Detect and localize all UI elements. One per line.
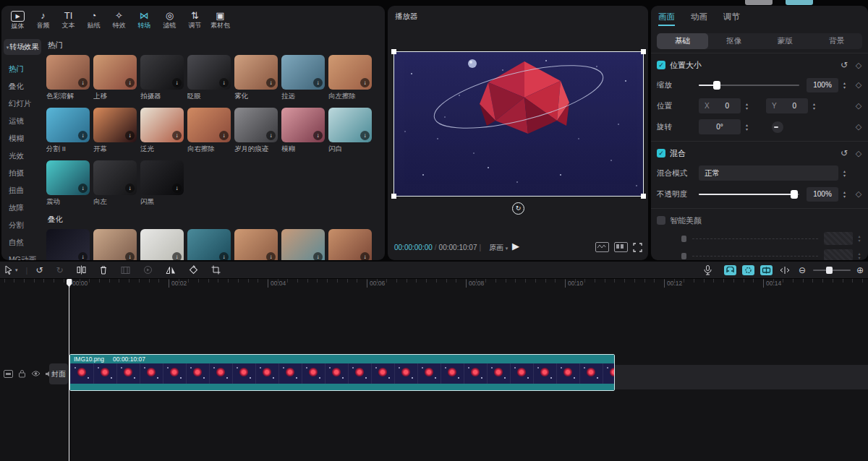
effect-item[interactable]: ↓ (187, 229, 231, 260)
inspector-subtab-0[interactable]: 基础 (657, 33, 708, 49)
magnet-snap-toggle[interactable] (724, 265, 736, 275)
inspector-tab-1[interactable]: 动画 (691, 12, 707, 26)
crop-icon[interactable] (211, 265, 221, 275)
effect-thumbnail[interactable]: ↓ (93, 160, 137, 195)
effect-thumbnail[interactable]: ↓ (187, 108, 231, 142)
download-icon[interactable]: ↓ (78, 78, 88, 87)
download-icon[interactable]: ↓ (360, 131, 370, 140)
effect-item[interactable]: ↓拍摄器 (140, 55, 184, 100)
effect-item[interactable]: ↓分割 II (46, 108, 90, 153)
blend-mode-dropdown[interactable]: 正常 (699, 165, 838, 181)
sidebar-item-8[interactable]: 故障 (1, 199, 43, 217)
effect-thumbnail[interactable]: ↓ (281, 108, 325, 142)
effect-item[interactable]: ↓ (281, 229, 325, 260)
effect-item[interactable]: ↓模糊 (281, 108, 325, 153)
opacity-stepper[interactable]: ▴▾ (840, 187, 849, 202)
download-icon[interactable]: ↓ (266, 252, 276, 260)
effect-item[interactable]: ↓泛光 (140, 108, 184, 153)
effect-item[interactable]: ↓上移 (93, 55, 137, 100)
sidebar-item-3[interactable]: 运镜 (1, 113, 43, 130)
keyframe-diamond-icon[interactable]: ◇ (854, 149, 864, 158)
download-icon[interactable]: ↓ (219, 131, 229, 140)
cover-button[interactable]: 封面 (49, 363, 68, 384)
opacity-value[interactable]: 100% (807, 187, 838, 202)
playhead[interactable] (69, 279, 69, 461)
video-preview[interactable] (394, 52, 643, 196)
download-icon[interactable]: ↓ (125, 252, 135, 260)
record-voiceover-icon[interactable] (704, 265, 712, 275)
download-icon[interactable]: ↓ (78, 184, 88, 193)
tool-text[interactable]: TI文本 (56, 9, 80, 37)
effect-item[interactable]: ↓ (234, 229, 278, 260)
main-track-icon[interactable] (3, 369, 13, 379)
checkbox-checked-icon[interactable]: ✓ (657, 61, 665, 69)
effect-item[interactable]: ↓向左擦除 (328, 55, 372, 100)
effect-thumbnail[interactable]: ↓ (328, 229, 372, 260)
effect-thumbnail[interactable]: ↓ (187, 55, 231, 90)
download-icon[interactable]: ↓ (172, 78, 182, 87)
timeline-ruler[interactable]: 00:0000:0200:0400:0600:0800:1000:1200:14 (0, 279, 868, 289)
preview-axis-toggle[interactable] (760, 265, 773, 275)
download-icon[interactable]: ↓ (125, 78, 135, 87)
position-x-stepper[interactable]: ▴▾ (742, 99, 752, 113)
tool-material-pack[interactable]: ▣素材包 (208, 9, 232, 37)
download-icon[interactable]: ↓ (313, 131, 323, 140)
effect-thumbnail[interactable]: ↓ (93, 229, 137, 260)
effect-item[interactable]: ↓ (46, 229, 90, 260)
effect-thumbnail[interactable]: ↓ (140, 108, 184, 142)
timeline-clip[interactable]: IMG10.png 00:00:10:07 (69, 354, 615, 391)
inspector-tab-0[interactable]: 画面 (658, 12, 675, 26)
download-icon[interactable]: ↓ (219, 78, 229, 87)
download-icon[interactable]: ↓ (219, 252, 229, 260)
sidebar-item-10[interactable]: 自然 (1, 234, 43, 251)
effect-item[interactable]: ↓开幕 (93, 108, 137, 153)
mirror-icon[interactable] (166, 266, 176, 275)
sidebar-item-5[interactable]: 光效 (1, 147, 43, 165)
effect-item[interactable]: ↓岁月的痕迹 (234, 108, 278, 153)
download-icon[interactable]: ↓ (313, 252, 323, 260)
sidebar-item-7[interactable]: 扭曲 (1, 182, 43, 199)
undo-icon[interactable]: ↺ (35, 265, 43, 275)
effect-thumbnail[interactable]: ↓ (281, 229, 325, 260)
inspector-subtab-3[interactable]: 背景 (811, 33, 862, 49)
sidebar-item-0[interactable]: 热门 (1, 61, 43, 78)
effect-item[interactable]: ↓ (93, 229, 137, 260)
effect-item[interactable]: ↓闪白 (328, 108, 372, 153)
zoom-out-icon[interactable]: ⊖ (799, 265, 806, 275)
zoom-in-icon[interactable]: ⊕ (856, 265, 864, 275)
position-y-field[interactable]: Y0 (766, 98, 808, 113)
tool-media[interactable]: ▶媒体 (6, 9, 30, 37)
tool-adjust[interactable]: ⇅调节 (183, 9, 207, 37)
sidebar-item-2[interactable]: 幻灯片 (1, 95, 43, 113)
position-x-field[interactable]: X0 (699, 98, 741, 113)
scale-stepper[interactable]: ▴▾ (840, 78, 849, 92)
effect-thumbnail[interactable]: ↓ (93, 55, 137, 90)
effect-thumbnail[interactable]: ↓ (187, 229, 231, 260)
sidebar-item-1[interactable]: 叠化 (1, 78, 43, 95)
freeze-frame-icon[interactable] (121, 266, 130, 275)
download-icon[interactable]: ↓ (360, 78, 370, 87)
timeline[interactable]: 00:0000:0200:0400:0600:0800:1000:1200:14… (0, 279, 868, 461)
keyframe-diamond-icon[interactable]: ◇ (854, 189, 864, 199)
download-icon[interactable]: ↓ (266, 131, 276, 140)
delete-icon[interactable] (99, 265, 108, 275)
keyframe-diamond-icon[interactable]: ◇ (854, 80, 864, 90)
tool-audio[interactable]: ♪音频 (31, 9, 55, 37)
effect-thumbnail[interactable]: ↓ (234, 229, 278, 260)
blend-mode-stepper[interactable]: ▴▾ (840, 166, 849, 181)
effect-thumbnail[interactable]: ↓ (234, 55, 278, 90)
lock-track-icon[interactable] (17, 369, 27, 379)
effect-thumbnail[interactable]: ↓ (140, 229, 184, 260)
effect-thumbnail[interactable]: ↓ (281, 55, 325, 90)
sidebar-item-9[interactable]: 分割 (1, 217, 43, 234)
effect-thumbnail[interactable]: ↓ (328, 55, 372, 90)
rotate-icon[interactable] (189, 265, 198, 275)
checkbox-checked-icon[interactable]: ✓ (657, 149, 665, 158)
effect-thumbnail[interactable]: ↓ (140, 160, 184, 195)
tool-sticker[interactable]: ◔贴纸 (82, 9, 106, 37)
tool-effects[interactable]: ✧特效 (107, 9, 131, 37)
keyframe-diamond-icon[interactable]: ◇ (854, 61, 864, 70)
selection-handle[interactable] (641, 194, 646, 199)
download-icon[interactable]: ↓ (78, 252, 88, 260)
position-y-stepper[interactable]: ▴▾ (809, 99, 819, 113)
